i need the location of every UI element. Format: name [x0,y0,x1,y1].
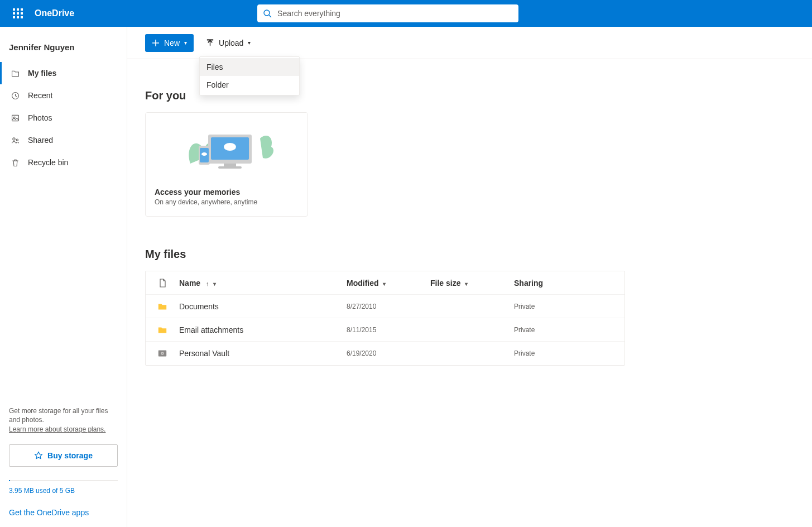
upload-menu: Files Folder [199,56,300,95]
file-modified: 6/19/2020 [347,349,430,357]
file-sharing: Private [514,303,626,310]
file-type-column-icon [146,279,179,288]
search-icon [263,9,272,18]
file-modified: 8/11/2015 [347,326,430,334]
user-name: Jennifer Nguyen [0,29,127,62]
recycle-icon [10,157,20,167]
storage-plans-link[interactable]: Learn more about storage plans. [9,425,105,433]
file-modified: 8/27/2010 [347,303,430,310]
svg-rect-9 [224,164,236,166]
sidebar-item-label: Photos [28,113,52,122]
search-input[interactable] [257,4,518,22]
storage-blurb: Get more storage for all your files and … [9,406,118,424]
folder-icon [146,325,179,335]
folder-icon [146,301,179,312]
new-label: New [164,39,180,47]
svg-point-13 [224,143,236,151]
sidebar-item-recycle-bin[interactable]: Recycle bin [0,151,127,174]
app-name: OneDrive [35,8,74,18]
folder-icon [10,68,20,78]
upload-button[interactable]: Upload ▾ [199,34,257,52]
files-table: Name ↑ ▾ Modified ▾ File size ▾ Sharing [145,271,625,366]
file-name: Documents [179,302,347,311]
sidebar-item-label: Shared [28,136,53,145]
memories-illustration [146,113,307,181]
shared-icon [10,135,20,145]
chevron-down-icon: ▾ [248,40,251,46]
svg-point-6 [16,138,18,140]
memories-card-subtitle: On any device, anywhere, anytime [155,198,299,206]
svg-rect-10 [218,166,242,169]
col-sharing-header[interactable]: Sharing [514,279,626,288]
chevron-down-icon: ▾ [465,281,468,287]
premium-icon [34,451,43,460]
buy-storage-button[interactable]: Buy storage [9,444,118,467]
storage-used-text: 3.95 MB used of 5 GB [9,487,118,495]
vault-icon [146,348,179,358]
storage-progress [9,480,118,481]
col-name-header[interactable]: Name ↑ ▾ [179,279,347,288]
chevron-down-icon: ▾ [213,281,216,287]
photo-icon [10,113,20,123]
svg-rect-3 [12,115,18,121]
sidebar-item-my-files[interactable]: My files [0,62,127,84]
file-sharing: Private [514,326,626,334]
table-row[interactable]: Personal Vault 6/19/2020 Private [146,342,624,365]
my-files-heading: My files [145,248,794,261]
sidebar-item-label: My files [28,69,56,78]
col-size-header[interactable]: File size ▾ [430,279,514,288]
sidebar-item-photos[interactable]: Photos [0,107,127,129]
svg-point-14 [201,152,207,156]
memories-card[interactable]: Access your memories On any device, anyw… [145,112,308,217]
buy-storage-label: Buy storage [47,451,93,460]
sidebar-item-shared[interactable]: Shared [0,129,127,151]
svg-point-0 [264,10,270,16]
sidebar-item-label: Recent [28,91,52,100]
waffle-icon [13,8,23,18]
table-row[interactable]: Email attachments 8/11/2015 Private [146,318,624,342]
chevron-down-icon: ▾ [184,40,187,46]
sidebar-item-label: Recycle bin [28,158,68,167]
table-row[interactable]: Documents 8/27/2010 Private [146,295,624,318]
new-button[interactable]: New ▾ [145,34,194,52]
plus-icon [152,39,160,47]
upload-menu-files[interactable]: Files [200,58,299,76]
upload-label: Upload [219,39,243,47]
memories-card-title: Access your memories [155,188,299,197]
file-name: Personal Vault [179,349,347,358]
sort-asc-icon: ↑ [206,280,209,287]
sidebar-item-recent[interactable]: Recent [0,84,127,107]
col-modified-header[interactable]: Modified ▾ [347,279,430,288]
svg-point-5 [12,137,15,140]
upload-icon [206,39,214,47]
get-apps-link[interactable]: Get the OneDrive apps [9,508,118,517]
app-launcher-button[interactable] [4,0,31,27]
file-sharing: Private [514,349,626,357]
svg-point-17 [162,353,163,354]
recent-icon [10,90,20,100]
file-name: Email attachments [179,325,347,334]
upload-menu-folder[interactable]: Folder [200,76,299,94]
chevron-down-icon: ▾ [383,281,386,287]
svg-line-1 [269,15,271,17]
